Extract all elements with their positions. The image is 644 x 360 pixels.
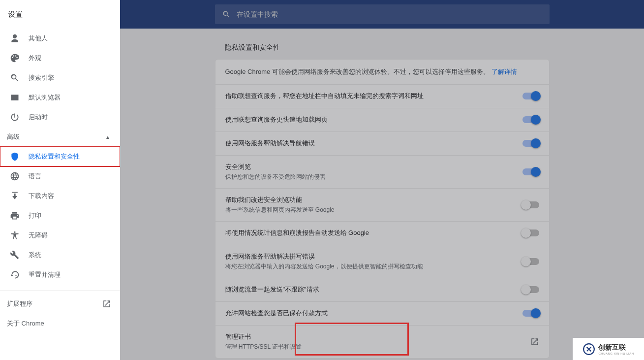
setting-row-help-safe-browsing[interactable]: 帮助我们改进安全浏览功能 将一些系统信息和网页内容发送至 Google [215,188,549,221]
row-title: 允许网站检查您是否已保存付款方式 [225,309,328,318]
watermark-sub: CHUANG XIN HU LIAN [598,352,634,355]
privacy-settings-card: Google Chrome 可能会使用网络服务来改善您的浏览体验。不过，您可以选… [215,59,550,359]
sidebar-item-people[interactable]: 其他人 [0,29,120,48]
open-in-new-icon [102,299,111,308]
sidebar-item-label: 搜索引擎 [29,73,54,82]
sidebar-item-label: 启动时 [29,113,48,122]
row-desc: 将一些系统信息和网页内容发送至 Google [225,206,335,214]
setting-row-page-preload[interactable]: 使用联想查询服务更快速地加载网页 [215,108,549,131]
row-title: 借助联想查询服务，帮您在地址栏中自动填充未输完的搜索字词和网址 [225,92,424,100]
sidebar-item-reset[interactable]: 重置并清理 [0,265,120,285]
toggle-switch[interactable] [522,93,539,99]
print-icon [10,211,20,221]
setting-row-spellcheck[interactable]: 使用网络服务帮助解决拼写错误 将您在浏览器中输入的内容发送给 Google，以便… [215,245,549,278]
setting-row-nav-error[interactable]: 使用网络服务帮助解决导航错误 [215,131,549,155]
sidebar-item-label: 系统 [29,251,41,260]
sidebar-item-label: 打印 [29,211,41,220]
toggle-switch[interactable] [522,286,539,293]
settings-search-input[interactable] [237,10,543,18]
globe-icon [10,171,20,181]
download-icon [10,191,20,201]
sidebar-item-label: 无障碍 [29,231,48,240]
watermark-brand: 创新互联 [598,343,634,352]
row-title: 安全浏览 [225,163,326,171]
sidebar-item-appearance[interactable]: 外观 [0,48,120,68]
toggle-switch[interactable] [522,229,539,236]
sidebar-item-downloads[interactable]: 下载内容 [0,186,120,206]
row-title: 将使用情况统计信息和崩溃报告自动发送给 Google [225,229,369,237]
settings-search-box[interactable] [215,4,550,24]
open-in-new-icon [530,337,539,346]
chevron-up-icon: ▲ [105,134,110,140]
setting-row-address-bar-prediction[interactable]: 借助联想查询服务，帮您在地址栏中自动填充未输完的搜索字词和网址 [215,84,549,108]
row-desc: 保护您和您的设备不受危险网站的侵害 [225,173,326,181]
accessibility-icon [10,230,20,240]
row-title: 随浏览流量一起发送"不跟踪"请求 [225,285,319,294]
section-title: 隐私设置和安全性 [215,43,550,52]
setting-row-do-not-track[interactable]: 随浏览流量一起发送"不跟踪"请求 [215,278,549,301]
sidebar-item-privacy-security[interactable]: 隐私设置和安全性 [0,147,120,166]
sidebar-advanced-label: 高级 [7,132,20,141]
toggle-switch[interactable] [522,140,539,147]
sidebar-item-label: 默认浏览器 [29,93,61,102]
row-desc: 将您在浏览器中输入的内容发送给 Google，以便提供更智能的拼写检查功能 [225,262,423,271]
restore-icon [10,270,20,280]
row-title: 使用网络服务帮助解决拼写错误 [225,252,423,261]
sidebar-nav-primary: 其他人 外观 搜索引擎 默认浏览器 启动时 [0,29,120,127]
person-icon [10,33,20,43]
toggle-switch[interactable] [522,258,539,265]
sidebar-item-label: 外观 [29,54,41,63]
sidebar-item-accessibility[interactable]: 无障碍 [0,226,120,245]
topbar [120,0,644,29]
learn-more-link[interactable]: 了解详情 [491,68,517,75]
toggle-switch[interactable] [522,168,539,175]
palette-icon [10,53,20,63]
watermark-logo-icon [583,343,595,356]
browser-icon [10,93,20,102]
sidebar-item-label: 重置并清理 [29,270,61,279]
sidebar-item-search-engine[interactable]: 搜索引擎 [0,68,120,88]
row-title: 使用网络服务帮助解决导航错误 [225,139,315,148]
sidebar-item-label: 下载内容 [29,192,54,200]
sidebar: 设置 其他人 外观 搜索引擎 默认浏览器 启动时 [0,0,120,360]
setting-row-payment-check[interactable]: 允许网站检查您是否已保存付款方式 [215,301,549,325]
sidebar-nav-advanced: 隐私设置和安全性 语言 下载内容 打印 无障碍 系统 [0,147,120,285]
sidebar-advanced-toggle[interactable]: 高级 ▲ [0,127,120,147]
setting-row-safe-browsing[interactable]: 安全浏览 保护您和您的设备不受危险网站的侵害 [215,155,549,188]
sidebar-item-extensions[interactable]: 扩展程序 [0,294,120,314]
sidebar-item-label: 隐私设置和安全性 [29,152,80,161]
toggle-switch[interactable] [522,116,539,123]
content: 隐私设置和安全性 Google Chrome 可能会使用网络服务来改善您的浏览体… [120,29,644,360]
sidebar-item-label: 其他人 [29,34,48,43]
privacy-info-text: Google Chrome 可能会使用网络服务来改善您的浏览体验。不过，您可以选… [225,68,490,75]
row-desc: 管理 HTTPS/SSL 证书和设置 [225,343,302,351]
search-icon [222,10,231,19]
row-title: 使用联想查询服务更快速地加载网页 [225,115,328,124]
sidebar-item-about[interactable]: 关于 Chrome [0,314,120,333]
setting-row-manage-certificates[interactable]: 管理证书 管理 HTTPS/SSL 证书和设置 [215,325,549,358]
search-icon [10,73,20,83]
app: 设置 其他人 外观 搜索引擎 默认浏览器 启动时 [0,0,644,360]
content-inner: 隐私设置和安全性 Google Chrome 可能会使用网络服务来改善您的浏览体… [215,43,550,360]
row-title: 帮助我们改进安全浏览功能 [225,196,335,204]
sidebar-item-on-startup[interactable]: 启动时 [0,107,120,127]
sidebar-item-label: 扩展程序 [7,299,32,308]
sidebar-item-default-browser[interactable]: 默认浏览器 [0,88,120,107]
setting-row-usage-stats[interactable]: 将使用情况统计信息和崩溃报告自动发送给 Google [215,221,549,245]
shield-icon [10,152,20,162]
toggle-switch[interactable] [522,201,539,208]
row-title: 管理证书 [225,332,302,341]
sidebar-bottom: 扩展程序 关于 Chrome [0,291,120,333]
privacy-info-row: Google Chrome 可能会使用网络服务来改善您的浏览体验。不过，您可以选… [215,60,549,84]
sidebar-item-languages[interactable]: 语言 [0,166,120,186]
sidebar-title: 设置 [0,0,120,29]
sidebar-item-label: 语言 [29,172,41,181]
sidebar-item-printing[interactable]: 打印 [0,206,120,226]
wrench-icon [10,250,20,260]
watermark: 创新互联 CHUANG XIN HU LIAN [573,338,644,360]
sidebar-item-label: 关于 Chrome [7,319,44,328]
sidebar-item-system[interactable]: 系统 [0,245,120,265]
toggle-switch[interactable] [522,310,539,317]
main-panel: 隐私设置和安全性 Google Chrome 可能会使用网络服务来改善您的浏览体… [120,0,644,360]
power-icon [10,112,20,122]
